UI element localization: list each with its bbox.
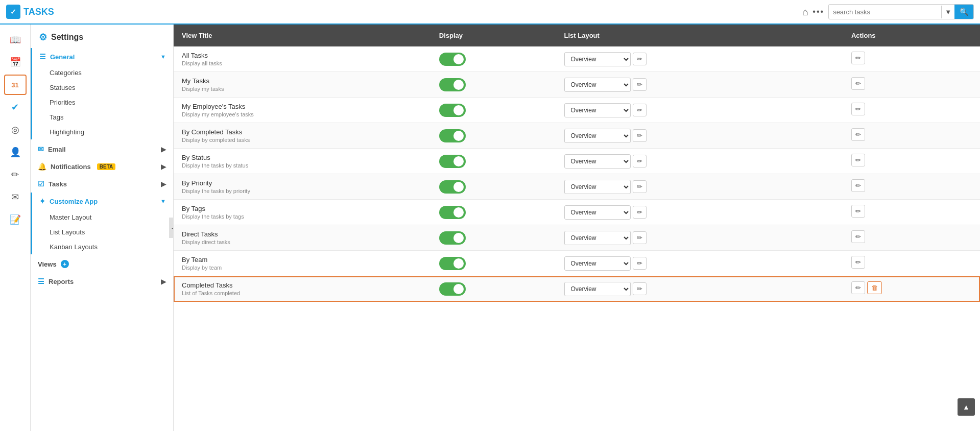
add-view-button[interactable]: + — [61, 260, 69, 268]
layout-edit-button[interactable]: ✏ — [633, 206, 647, 219]
view-desc: Display the tasks by tags — [182, 213, 423, 220]
display-toggle[interactable] — [439, 206, 466, 219]
display-toggle[interactable] — [439, 282, 466, 296]
view-name: All Tasks — [182, 52, 423, 59]
layout-edit-button[interactable]: ✏ — [633, 104, 647, 116]
display-toggle[interactable] — [439, 129, 466, 142]
sidebar-item-kanban-layouts[interactable]: Kanban Layouts — [42, 240, 173, 254]
toggle-slider — [439, 231, 466, 245]
sidebar-section-customize: ✦ Customize App ▼ Master Layout List Lay… — [31, 193, 173, 254]
action-edit-button[interactable]: ✏ — [851, 128, 865, 141]
layout-select[interactable]: OverviewDetailedCompact — [564, 52, 631, 66]
sidebar-item-tasks[interactable]: ☑ Tasks ▶ — [31, 175, 173, 193]
sidebar-icon-cal31[interactable]: 31 — [4, 75, 27, 95]
col-display: Display — [431, 25, 556, 46]
actions-cell: ✏ — [843, 200, 980, 223]
col-list-layout: List Layout — [556, 25, 843, 46]
action-edit-button[interactable]: ✏ — [851, 256, 865, 269]
display-cell — [431, 225, 556, 251]
layout-select[interactable]: OverviewDetailedCompact — [564, 154, 631, 169]
table-row: By PriorityDisplay the tasks by priority… — [174, 174, 980, 200]
sidebar-item-priorities[interactable]: Priorities — [42, 95, 173, 110]
sidebar-icon-person[interactable]: 👤 — [4, 142, 27, 162]
search-dropdown-btn[interactable]: ▼ — [941, 6, 954, 18]
display-toggle[interactable] — [439, 104, 466, 117]
sidebar-icon-book[interactable]: 📖 — [4, 30, 27, 50]
display-toggle[interactable] — [439, 53, 466, 66]
layout-select[interactable]: OverviewDetailedCompact — [564, 282, 631, 296]
sidebar-icon-envelope[interactable]: ✉ — [4, 187, 27, 207]
more-options-icon[interactable]: ••• — [812, 7, 824, 16]
layout-select[interactable]: OverviewDetailedCompact — [564, 205, 631, 220]
sidebar-icon-check[interactable]: ✔ — [4, 97, 27, 117]
layout-edit-button[interactable]: ✏ — [633, 78, 647, 91]
view-name: By Status — [182, 154, 423, 161]
display-toggle[interactable] — [439, 78, 466, 91]
sidebar-item-list-layouts[interactable]: List Layouts — [42, 225, 173, 240]
sidebar-item-highlighting[interactable]: Highlighting — [42, 125, 173, 139]
display-toggle[interactable] — [439, 257, 466, 270]
sidebar-item-master-layout[interactable]: Master Layout — [42, 210, 173, 225]
view-name: By Team — [182, 256, 423, 264]
search-input[interactable] — [829, 6, 941, 18]
notifications-label: Notifications — [51, 163, 91, 171]
view-desc: List of Tasks completed — [182, 290, 423, 296]
layout-select[interactable]: OverviewDetailedCompact — [564, 78, 631, 92]
sidebar-item-email[interactable]: ✉ Email ▶ — [31, 140, 173, 158]
sidebar-collapse-handle[interactable]: ◀ — [169, 218, 174, 238]
sidebar-item-reports[interactable]: ☰ Reports ▶ — [31, 273, 173, 290]
notifications-icon: 🔔 — [38, 162, 46, 171]
layout-edit-button[interactable]: ✏ — [633, 231, 647, 244]
layout-edit-button[interactable]: ✏ — [633, 155, 647, 167]
action-edit-button[interactable]: ✏ — [851, 103, 865, 115]
scroll-top-button[interactable]: ▲ — [958, 398, 975, 416]
view-name: My Employee's Tasks — [182, 103, 423, 110]
sidebar-item-general[interactable]: ☰ General ▼ — [32, 48, 173, 65]
display-toggle[interactable] — [439, 231, 466, 245]
action-edit-button[interactable]: ✏ — [851, 52, 865, 64]
display-toggle[interactable] — [439, 155, 466, 168]
action-delete-button[interactable]: 🗑 — [867, 281, 882, 294]
action-edit-button[interactable]: ✏ — [851, 281, 865, 294]
layout-select[interactable]: OverviewDetailedCompact — [564, 180, 631, 194]
display-cell — [431, 98, 556, 123]
sidebar-item-categories[interactable]: Categories — [42, 65, 173, 80]
notifications-chevron: ▶ — [161, 163, 166, 171]
view-desc: Display by team — [182, 265, 423, 271]
actions-cell: ✏ — [843, 149, 980, 172]
layout-cell: OverviewDetailedCompact✏ — [556, 225, 843, 251]
display-cell — [431, 251, 556, 276]
action-edit-button[interactable]: ✏ — [851, 154, 865, 166]
display-toggle[interactable] — [439, 180, 466, 194]
layout-edit-button[interactable]: ✏ — [633, 257, 647, 270]
layout-select[interactable]: OverviewDetailedCompact — [564, 129, 631, 143]
sidebar-icon-note[interactable]: 📝 — [4, 209, 27, 230]
sidebar-icon-circle[interactable]: ◎ — [4, 119, 27, 140]
main-content: View Title Display List Layout Actions A… — [174, 25, 980, 431]
view-desc: Display the tasks by priority — [182, 188, 423, 194]
layout-select[interactable]: OverviewDetailedCompact — [564, 103, 631, 117]
sidebar-icon-pencil[interactable]: ✏ — [4, 164, 27, 185]
sidebar-item-notifications[interactable]: 🔔 Notifications BETA ▶ — [31, 158, 173, 175]
sidebar-item-tags[interactable]: Tags — [42, 110, 173, 125]
layout-select[interactable]: OverviewDetailedCompact — [564, 256, 631, 271]
layout-select[interactable]: OverviewDetailedCompact — [564, 231, 631, 245]
sidebar-item-customize[interactable]: ✦ Customize App ▼ — [32, 193, 173, 210]
layout-edit-button[interactable]: ✏ — [633, 53, 647, 65]
app-logo[interactable]: ✓ TASKS — [6, 5, 54, 19]
action-edit-button[interactable]: ✏ — [851, 179, 865, 192]
layout-edit-button[interactable]: ✏ — [633, 282, 647, 295]
sidebar-item-statuses[interactable]: Statuses — [42, 80, 173, 95]
sidebar-item-views[interactable]: Views + — [31, 255, 173, 273]
display-cell — [431, 46, 556, 72]
view-title-cell: All TasksDisplay all tasks — [174, 46, 431, 72]
view-title-cell: By Completed TasksDisplay by completed t… — [174, 123, 431, 149]
home-icon[interactable]: ⌂ — [802, 6, 808, 18]
action-edit-button[interactable]: ✏ — [851, 205, 865, 218]
layout-edit-button[interactable]: ✏ — [633, 180, 647, 193]
layout-edit-button[interactable]: ✏ — [633, 129, 647, 142]
search-button[interactable]: 🔍 — [954, 5, 973, 19]
sidebar-icon-calendar[interactable]: 📅 — [4, 52, 27, 73]
action-edit-button[interactable]: ✏ — [851, 77, 865, 90]
action-edit-button[interactable]: ✏ — [851, 230, 865, 243]
